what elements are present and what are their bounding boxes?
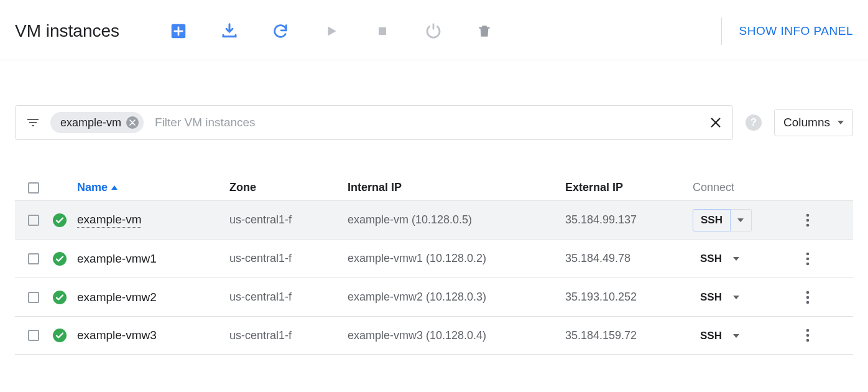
status-running-icon <box>52 213 67 228</box>
sort-asc-icon <box>111 185 118 190</box>
filter-chip-label: example-vm <box>60 116 121 129</box>
chevron-down-icon <box>733 296 739 299</box>
svg-point-13 <box>806 301 810 304</box>
row-checkbox[interactable] <box>28 330 39 341</box>
column-internal-ip[interactable]: Internal IP <box>348 181 565 194</box>
instance-name-link[interactable]: example-vmw1 <box>77 252 157 265</box>
row-more-menu[interactable] <box>792 213 823 227</box>
zone-cell: us-central1-f <box>229 291 348 304</box>
svg-point-9 <box>806 262 810 265</box>
ssh-button[interactable]: SSH <box>693 253 739 265</box>
delete-button[interactable] <box>475 22 494 40</box>
filter-chip[interactable]: example-vm <box>50 112 144 133</box>
filter-input[interactable] <box>154 115 699 130</box>
page-header: VM instances <box>0 0 868 60</box>
instance-name-link[interactable]: example-vm <box>77 213 141 228</box>
internal-ip-cell: example-vmw1 (10.128.0.2) <box>348 252 565 265</box>
table-header: Name Zone Internal IP External IP Connec… <box>15 175 853 200</box>
external-ip-cell: 35.184.159.72 <box>565 329 693 342</box>
reset-button[interactable] <box>424 22 443 40</box>
columns-button-label: Columns <box>783 116 830 129</box>
select-all-checkbox[interactable] <box>28 182 39 194</box>
zone-cell: us-central1-f <box>229 329 348 342</box>
svg-point-12 <box>806 296 810 299</box>
svg-point-11 <box>806 291 810 294</box>
table-row[interactable]: example-vmw3 us-central1-f example-vmw3 … <box>15 316 853 355</box>
row-checkbox[interactable] <box>28 292 39 303</box>
svg-point-17 <box>806 339 810 342</box>
chevron-down-icon <box>733 334 739 338</box>
svg-point-8 <box>806 257 810 260</box>
toolbar <box>169 22 494 40</box>
clear-filter-icon[interactable] <box>709 116 723 129</box>
filter-row: example-vm ? Columns <box>0 90 868 140</box>
chevron-down-icon <box>838 121 844 124</box>
row-checkbox[interactable] <box>28 253 39 264</box>
svg-point-15 <box>806 329 810 332</box>
row-more-menu[interactable] <box>792 329 823 342</box>
columns-button[interactable]: Columns <box>774 109 853 136</box>
table-row[interactable]: example-vmw1 us-central1-f example-vmw1 … <box>15 239 853 278</box>
instance-name-link[interactable]: example-vmw3 <box>77 329 157 342</box>
row-more-menu[interactable] <box>792 291 823 304</box>
help-icon[interactable]: ? <box>746 114 762 131</box>
show-info-panel-button[interactable]: SHOW INFO PANEL <box>739 24 853 38</box>
status-running-icon <box>52 328 67 343</box>
zone-cell: us-central1-f <box>229 252 348 265</box>
chevron-down-icon <box>737 218 744 222</box>
internal-ip-cell: example-vmw3 (10.128.0.4) <box>348 329 565 342</box>
ssh-button[interactable]: SSH <box>693 330 739 342</box>
internal-ip-cell: example-vmw2 (10.128.0.3) <box>348 291 565 304</box>
status-running-icon <box>52 290 67 305</box>
ssh-dropdown-button[interactable] <box>731 209 752 231</box>
svg-rect-1 <box>379 27 386 35</box>
svg-point-5 <box>806 223 810 226</box>
svg-point-7 <box>806 252 810 255</box>
svg-point-4 <box>806 218 810 222</box>
start-button[interactable] <box>322 22 341 40</box>
chevron-down-icon <box>733 257 739 261</box>
svg-point-16 <box>806 334 810 337</box>
column-external-ip[interactable]: External IP <box>565 181 693 194</box>
vm-table: Name Zone Internal IP External IP Connec… <box>15 175 853 355</box>
filter-chip-remove-icon[interactable] <box>126 116 139 129</box>
filter-box: example-vm <box>15 105 733 140</box>
internal-ip-cell: example-vm (10.128.0.5) <box>348 213 565 226</box>
import-button[interactable] <box>220 22 239 40</box>
refresh-button[interactable] <box>271 22 290 40</box>
stop-button[interactable] <box>373 22 392 40</box>
instance-name-link[interactable]: example-vmw2 <box>77 291 157 304</box>
external-ip-cell: 35.184.99.137 <box>565 213 693 226</box>
row-checkbox[interactable] <box>28 215 39 226</box>
table-row[interactable]: example-vmw2 us-central1-f example-vmw2 … <box>15 278 853 316</box>
row-more-menu[interactable] <box>792 252 823 266</box>
column-connect: Connect <box>693 181 792 194</box>
svg-point-3 <box>806 213 810 217</box>
column-name[interactable]: Name <box>77 181 118 194</box>
create-instance-button[interactable] <box>169 22 188 40</box>
filter-icon <box>25 115 40 130</box>
zone-cell: us-central1-f <box>229 213 348 226</box>
external-ip-cell: 35.193.10.252 <box>565 291 693 304</box>
external-ip-cell: 35.184.49.78 <box>565 252 693 265</box>
ssh-button[interactable]: SSH <box>693 209 731 231</box>
column-zone[interactable]: Zone <box>229 181 348 194</box>
table-row[interactable]: example-vm us-central1-f example-vm (10.… <box>15 200 853 239</box>
page-title: VM instances <box>15 21 119 41</box>
ssh-button[interactable]: SSH <box>693 291 739 304</box>
status-running-icon <box>52 251 67 266</box>
toolbar-divider <box>721 17 722 45</box>
